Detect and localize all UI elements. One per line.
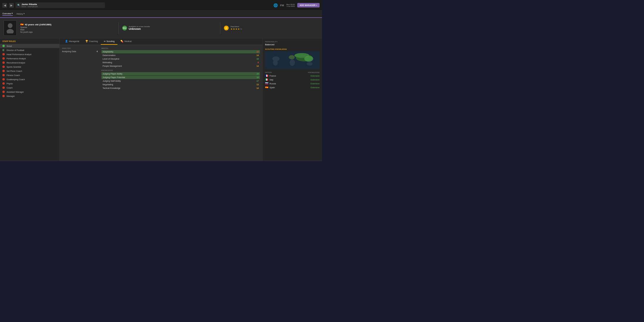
mental-stats: Adaptability12Determination14Level of Di… <box>101 50 260 68</box>
stat-value: 19 <box>254 73 259 75</box>
staff-item-set-piece-coach[interactable]: Set Piece Coach <box>0 69 59 73</box>
nation-name: Italy <box>270 79 309 81</box>
staff-item-scout[interactable]: Scout <box>0 44 59 48</box>
personality-value: Balanced <box>265 43 320 46</box>
staff-dot-icon <box>2 61 5 64</box>
knowledge-col-title: KNOWLEDGE <box>308 72 320 73</box>
staff-item-label: Performance Analyst <box>7 58 26 60</box>
staff-item-performance-analyst[interactable]: Performance Analyst <box>0 56 59 61</box>
stat-row: Motivating8 <box>101 61 260 64</box>
staff-dot-icon <box>2 91 5 93</box>
search-bar[interactable]: 🔍 Javier Ribalta Scout - Unemployed <box>16 2 105 8</box>
stat-value: 14 <box>254 54 259 56</box>
tab-scouting[interactable]: ∞Scouting <box>101 38 117 45</box>
stat-row: Adaptability12 <box>101 50 260 53</box>
stat-row: Determination14 <box>101 54 260 57</box>
staff-item-manager[interactable]: Manager <box>0 94 59 98</box>
scouting-knowledge-title: SCOUTING KNOWLEDGE <box>265 48 320 50</box>
staff-item-label: Sports Scientist <box>7 66 21 68</box>
nation-name: France <box>270 75 309 77</box>
back-button[interactable]: ◀ <box>2 3 7 8</box>
divider-1 <box>118 22 119 34</box>
nation-flag: 🇫🇷 <box>265 74 268 77</box>
staff-item-assistant-manager[interactable]: Assistant Manager <box>0 90 59 94</box>
content-area: ANALYSIS Analysing Data4 MENTAL Adaptabi… <box>60 45 262 161</box>
reputation-stars: ★★★★½ <box>230 28 242 30</box>
staff-dot-icon <box>2 86 5 89</box>
staff-item-recruitment-analyst[interactable]: Recruitment Analyst <box>0 61 59 65</box>
stat-name: People Management <box>103 65 254 67</box>
stat-row: Judging Staff Ability17 <box>101 79 260 83</box>
center-panel: 👤Managerial🏆Coaching∞Scouting💊Medical AN… <box>60 38 262 161</box>
tab-coaching[interactable]: 🏆Coaching <box>82 38 101 45</box>
analysis-name: Analysing Data <box>62 50 76 52</box>
sub-nav-overview[interactable]: Overview ▾ <box>2 12 13 16</box>
world-map <box>265 51 320 69</box>
profile-youth-caps: No youth caps <box>20 31 115 33</box>
nation-flag: 🇮🇹 <box>265 78 268 81</box>
staff-item-label: Manager <box>7 95 15 97</box>
bottom-section: ▶ HISTORY ▶ 2022 - 2023⚽OM2021 - 2022⚽Pa… <box>0 161 322 161</box>
profile-age: 🇪🇸 42 years old (14/9/1980) <box>20 23 115 26</box>
staff-item-sports-scientist[interactable]: Sports Scientist <box>0 65 59 69</box>
mental-title: MENTAL <box>101 47 260 49</box>
analysis-row: Analysing Data4 <box>62 50 98 52</box>
stat-value: 19 <box>254 58 259 60</box>
nation-knowledge: Extensive <box>311 86 320 89</box>
main-content: STAFF ROLES ScoutDirector of FootballHea… <box>0 38 322 161</box>
staff-dot-icon <box>2 66 5 68</box>
person-name: Javier Ribalta <box>21 3 38 6</box>
svg-point-10 <box>304 56 313 62</box>
profile-section: 🇪🇸 42 years old (14/9/1980) Spanish Male… <box>0 18 322 38</box>
analysis-title: ANALYSIS <box>62 47 98 49</box>
personality-title: PERSONALITY <box>265 41 320 43</box>
staff-dot-icon <box>2 74 5 76</box>
sub-nav-history[interactable]: History ▾ <box>16 13 25 16</box>
stat-value: 12 <box>254 51 259 53</box>
stat-row: Level of Discipline19 <box>101 57 260 61</box>
globe-icon[interactable]: 🌐 <box>273 3 278 7</box>
tabs-row: 👤Managerial🏆Coaching∞Scouting💊Medical <box>60 38 262 45</box>
staff-item-label: Physio <box>7 83 13 85</box>
svg-point-6 <box>290 59 295 66</box>
analysis-value: 4 <box>97 50 98 52</box>
nation-item-italy: 🇮🇹ItalyExtensive <box>265 78 320 81</box>
stat-value: 14 <box>254 87 259 89</box>
staff-dot-icon <box>2 45 5 47</box>
staff-item-head-performance-analyst[interactable]: Head Performance Analyst <box>0 52 59 56</box>
forward-button[interactable]: ▶ <box>9 3 14 8</box>
profile-info: 🇪🇸 42 years old (14/9/1980) Spanish Male… <box>20 23 115 33</box>
stat-name: Judging Player Potential <box>103 76 254 78</box>
stat-name: Judging Player Ability <box>103 73 254 75</box>
nation-name: Spain <box>270 86 309 89</box>
staff-item-physio[interactable]: Physio <box>0 81 59 86</box>
staff-item-director-of-football[interactable]: Director of Football <box>0 48 59 52</box>
rep-info: Reputation ★★★★½ <box>230 26 242 30</box>
profile-transfer: Wnt Available on a free transfer Unknown <box>122 26 217 30</box>
search-icon: 🔍 <box>17 4 20 7</box>
wnt-badge: Wnt <box>122 26 127 30</box>
staff-dot-icon <box>2 49 5 51</box>
knowledge-stats: Judging Player Ability19Judging Player P… <box>101 72 260 90</box>
left-sidebar: STAFF ROLES ScoutDirector of FootballHea… <box>0 38 60 161</box>
staff-item-fitness-coach[interactable]: Fitness Coach <box>0 73 59 77</box>
stat-name: Level of Discipline <box>103 58 254 60</box>
tab-managerial[interactable]: 👤Managerial <box>62 38 82 45</box>
tab-icon: ∞ <box>104 40 106 43</box>
add-manager-button[interactable]: ADD MANAGER » <box>297 3 320 7</box>
staff-item-coach[interactable]: Coach <box>0 86 59 90</box>
nation-knowledge: Extensive <box>311 75 320 77</box>
stat-row: Tactical Knowledge14 <box>101 86 260 90</box>
mental-section: MENTAL Adaptability12Determination14Leve… <box>101 47 260 68</box>
profile-reputation: ⭐ Reputation ★★★★½ <box>224 26 318 30</box>
sub-navigation: Overview ▾ History ▾ <box>0 11 322 18</box>
nation-col-title: NATION <box>265 72 272 73</box>
tab-medical[interactable]: 💊Medical <box>117 38 134 45</box>
stat-name: Motivating <box>103 61 254 64</box>
staff-roles-title: STAFF ROLES <box>0 40 59 44</box>
staff-dot-icon <box>2 82 5 85</box>
staff-item-goalkeeping-coach[interactable]: Goalkeeping Coach <box>0 77 59 81</box>
staff-item-label: Recruitment Analyst <box>7 62 25 64</box>
person-role: Scout - Unemployed <box>21 6 38 7</box>
staff-dot-icon <box>2 53 5 55</box>
